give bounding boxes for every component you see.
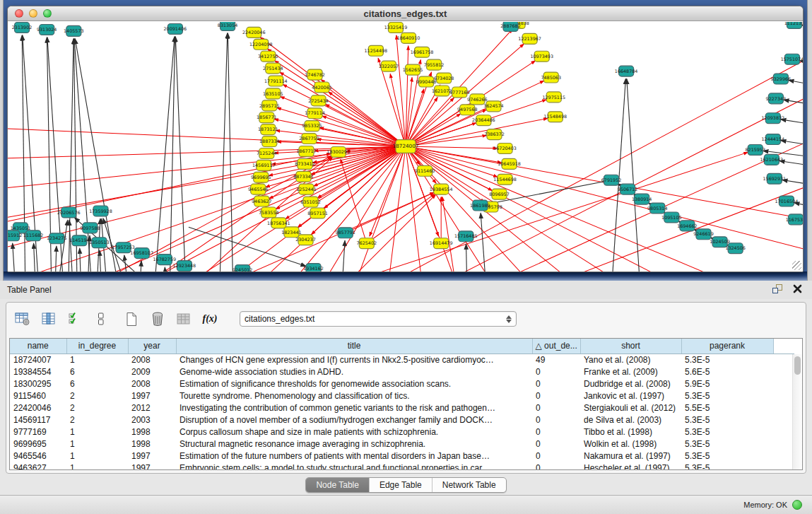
table-cell[interactable]: 18724007 xyxy=(10,354,66,366)
table-cell[interactable]: 0 xyxy=(532,450,580,462)
table-cell[interactable]: Yano et al. (2008) xyxy=(580,354,681,366)
table-cell[interactable]: 5.6E-5 xyxy=(681,366,773,378)
table-cell[interactable]: 0 xyxy=(532,438,580,450)
close-button[interactable] xyxy=(15,9,23,18)
table-cell[interactable]: 9463627 xyxy=(10,462,66,470)
rows-icon[interactable] xyxy=(93,311,109,327)
table-cell[interactable]: 2 xyxy=(66,414,128,426)
column-header-short[interactable]: short xyxy=(580,339,681,354)
table-cell[interactable]: 2012 xyxy=(128,402,176,414)
table-cell[interactable]: 6 xyxy=(66,366,128,378)
table-cell[interactable]: 1 xyxy=(66,450,128,462)
table-cell[interactable]: 19384554 xyxy=(10,366,66,378)
close-panel-icon[interactable] xyxy=(793,284,802,296)
table-cell[interactable]: Investigating the contribution of common… xyxy=(176,402,532,414)
table-selector[interactable]: citations_edges.txt xyxy=(240,311,517,327)
table-cell[interactable]: 1998 xyxy=(128,438,176,450)
table-cell[interactable]: 0 xyxy=(532,366,580,378)
tab-node-table[interactable]: Node Table xyxy=(306,478,370,492)
table-scrollbar[interactable] xyxy=(792,354,802,469)
table-cell[interactable]: 1997 xyxy=(128,462,176,470)
table-cell[interactable]: de Silva et al. (2003) xyxy=(580,414,681,426)
table-cell[interactable]: 9699695 xyxy=(10,438,66,450)
column-header-out-de-[interactable]: △ out_de... xyxy=(532,339,580,354)
zoom-button[interactable] xyxy=(43,9,52,18)
table-row[interactable]: 2242004622012Investigating the contribut… xyxy=(10,402,794,414)
table-cell[interactable]: Stergiakouli et al. (2012) xyxy=(580,402,681,414)
table-cell[interactable]: 14569117 xyxy=(10,414,66,426)
window-resize-grip[interactable] xyxy=(792,261,801,270)
column-header-year[interactable]: year xyxy=(128,339,176,354)
minimize-button[interactable] xyxy=(29,9,37,18)
table-cell[interactable]: 9777169 xyxy=(10,426,66,438)
table-cell[interactable]: 0 xyxy=(532,414,580,426)
table-row[interactable]: 1456911722003Disruption of a novel membe… xyxy=(10,414,794,426)
table-cell[interactable]: 1 xyxy=(66,438,128,450)
tab-edge-table[interactable]: Edge Table xyxy=(370,478,433,492)
table-cell[interactable]: Estimation of the future numbers of pati… xyxy=(176,450,532,462)
network-graph[interactable]: 1872400713325419186409101696175815626557… xyxy=(8,22,803,271)
table-cell[interactable]: Wolkin et al. (1998) xyxy=(580,438,681,450)
table-settings-icon[interactable] xyxy=(15,311,30,327)
table-row[interactable]: 1938455462009Genome-wide association stu… xyxy=(10,366,794,378)
table-cell[interactable]: 0 xyxy=(532,402,580,414)
table-cell[interactable]: Jankovic et al. (1997) xyxy=(580,390,681,402)
column-header-title[interactable]: title xyxy=(176,339,532,354)
table-cell[interactable]: 0 xyxy=(532,426,580,438)
table-cell[interactable]: Changes of HCN gene expression and I(f) … xyxy=(176,354,532,366)
table-row[interactable]: 969969511998Structural magnetic resonanc… xyxy=(10,438,794,450)
column-header-pagerank[interactable]: pagerank xyxy=(681,339,773,354)
memory-status-indicator[interactable] xyxy=(792,500,802,510)
window-titlebar[interactable]: citations_edges.txt xyxy=(8,6,803,21)
table-cell[interactable]: 0 xyxy=(532,462,580,470)
table-cell[interactable]: 2 xyxy=(66,390,128,402)
table-cell[interactable]: 2003 xyxy=(128,414,176,426)
table-cell[interactable]: 1 xyxy=(66,354,128,366)
table-row[interactable]: 1830029562008Estimation of significance … xyxy=(10,378,794,390)
table-cell[interactable]: Corpus callosum shape and size in male p… xyxy=(176,426,532,438)
new-document-icon[interactable] xyxy=(124,311,139,327)
table-cell[interactable]: 2008 xyxy=(128,378,176,390)
table-header-row[interactable]: namein_degreeyeartitle△ out_de...shortpa… xyxy=(10,339,794,354)
table-cell[interactable]: 5.5E-5 xyxy=(681,402,773,414)
table-cell[interactable]: 1 xyxy=(66,462,128,470)
table-cell[interactable]: 2008 xyxy=(128,354,176,366)
table-cell[interactable]: 9115460 xyxy=(10,390,66,402)
table-cell[interactable]: 5.3E-5 xyxy=(681,462,773,470)
table-cell[interactable]: 1 xyxy=(66,426,128,438)
table-cell[interactable]: Nakamura et al. (1997) xyxy=(580,450,681,462)
delete-icon[interactable] xyxy=(150,311,165,327)
table-row[interactable]: 911546021997Tourette syndrome. Phenomeno… xyxy=(10,390,794,402)
row-checks-icon[interactable] xyxy=(67,311,83,327)
table-row[interactable]: 977716911998Corpus callosum shape and si… xyxy=(10,426,794,438)
float-panel-icon[interactable] xyxy=(772,284,783,297)
table-cell[interactable]: Franke et al. (2009) xyxy=(580,366,681,378)
table-cell[interactable]: 1997 xyxy=(128,450,176,462)
column-edit-icon[interactable] xyxy=(41,311,57,327)
table-cell[interactable]: 5.9E-5 xyxy=(681,378,773,390)
function-builder-icon[interactable]: f(x) xyxy=(202,311,218,327)
table-cell[interactable]: 6 xyxy=(66,378,128,390)
table-cell[interactable]: 49 xyxy=(532,354,580,366)
table-cell[interactable]: Tourette syndrome. Phenomenology and cla… xyxy=(176,390,532,402)
network-canvas[interactable]: 1872400713325419186409101696175815626557… xyxy=(8,22,803,271)
scrollbar-thumb[interactable] xyxy=(794,356,801,375)
table-cell[interactable]: 1998 xyxy=(128,426,176,438)
table-cell[interactable]: Disruption of a novel member of a sodium… xyxy=(176,414,532,426)
table-row[interactable]: 946554611997Estimation of the future num… xyxy=(10,450,794,462)
table-cell[interactable]: 2 xyxy=(66,402,128,414)
column-header-in-degree[interactable]: in_degree xyxy=(66,339,128,354)
table-cell[interactable]: Hescheler et al. (1997) xyxy=(580,462,681,470)
table-cell[interactable]: 1997 xyxy=(128,390,176,402)
table-cell[interactable]: 2009 xyxy=(128,366,176,378)
table-cell[interactable]: 5.3E-5 xyxy=(681,354,773,366)
table-cell[interactable]: Genome-wide association studies in ADHD. xyxy=(176,366,532,378)
table-cell[interactable]: 5.3E-5 xyxy=(681,390,773,402)
table-row[interactable]: 1872400712008Changes of HCN gene express… xyxy=(10,354,794,366)
tab-network-table[interactable]: Network Table xyxy=(433,478,506,492)
table-cell[interactable]: 9465546 xyxy=(10,450,66,462)
table-cell[interactable]: Tibbo et al. (1998) xyxy=(580,426,681,438)
table-cell[interactable]: 0 xyxy=(532,390,580,402)
table-row[interactable]: 946362711997Embryonic stem cells: a mode… xyxy=(10,462,794,470)
table-cell[interactable]: Structural magnetic resonance image aver… xyxy=(176,438,532,450)
